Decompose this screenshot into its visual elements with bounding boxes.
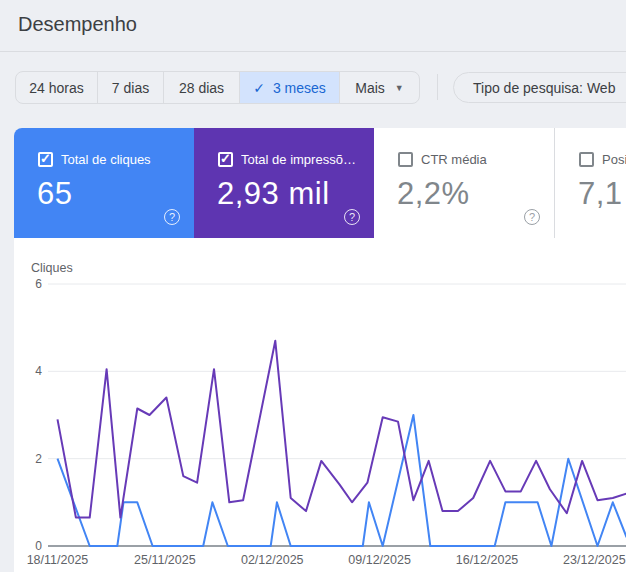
page-title: Desempenho: [18, 13, 137, 36]
metric-label: Total de cliques: [61, 152, 151, 167]
toolbar-divider: [437, 74, 438, 100]
series-line-clicks: [58, 415, 626, 546]
date-range-filter-group: 24 horas 7 dias 28 dias ✓ 3 meses Mais ▼: [15, 71, 420, 104]
x-tick-label: 09/12/2025: [335, 553, 425, 567]
help-icon[interactable]: ?: [164, 209, 180, 225]
metric-card-impressions[interactable]: ✓ Total de impressõ… 2,93 mil ?: [194, 128, 374, 238]
y-tick-label: 2: [16, 452, 42, 466]
series-line-impressions: [58, 341, 626, 518]
ctr-checkbox[interactable]: [398, 152, 413, 167]
filter-label: Mais: [355, 80, 385, 96]
position-checkbox[interactable]: [579, 152, 594, 167]
metric-label: CTR média: [421, 152, 487, 167]
filter-label: 3 meses: [273, 80, 326, 96]
help-icon[interactable]: ?: [344, 209, 360, 225]
filter-label: 28 dias: [179, 80, 224, 96]
check-icon: ✓: [253, 80, 265, 96]
y-tick-label: 0: [16, 539, 42, 553]
filter-label: 7 dias: [112, 80, 149, 96]
clicks-checkbox[interactable]: ✓: [38, 152, 53, 167]
metric-value: 7,1: [578, 176, 623, 212]
metric-label: Posição média: [602, 152, 626, 167]
page-header: Desempenho: [0, 0, 626, 52]
filter-7-days[interactable]: 7 dias: [98, 72, 164, 103]
help-icon[interactable]: ?: [524, 209, 540, 225]
metric-value: 65: [37, 176, 72, 212]
performance-line-chart[interactable]: Cliques 024618/11/202525/11/202502/12/20…: [14, 238, 626, 572]
x-tick-label: 18/11/2025: [13, 553, 103, 567]
x-tick-label: 23/12/2025: [549, 553, 626, 567]
check-icon: ✓: [220, 151, 231, 166]
performance-page: Desempenho 24 horas 7 dias 28 dias ✓ 3 m…: [0, 0, 626, 572]
x-tick-label: 02/12/2025: [227, 553, 317, 567]
filter-more-dropdown[interactable]: Mais ▼: [340, 72, 419, 103]
filter-3-months[interactable]: ✓ 3 meses: [240, 72, 340, 103]
filter-label: 24 horas: [29, 80, 83, 96]
metric-card-ctr[interactable]: CTR média 2,2% ?: [374, 128, 554, 238]
filter-24-hours[interactable]: 24 horas: [16, 72, 98, 103]
check-icon: ✓: [40, 151, 51, 166]
metric-card-position[interactable]: Posição média 7,1 ?: [554, 128, 626, 238]
x-tick-label: 16/12/2025: [442, 553, 532, 567]
search-type-chip-label: Tipo de pesquisa: Web: [473, 80, 615, 96]
filter-28-days[interactable]: 28 dias: [164, 72, 240, 103]
y-tick-label: 4: [16, 364, 42, 378]
metric-label: Total de impressõ…: [241, 152, 356, 167]
chart-plot-area[interactable]: [14, 238, 626, 572]
y-tick-label: 6: [16, 277, 42, 291]
chevron-down-icon: ▼: [395, 83, 404, 93]
x-tick-label: 25/11/2025: [120, 553, 210, 567]
metric-value: 2,2%: [397, 176, 470, 212]
impressions-checkbox[interactable]: ✓: [218, 152, 233, 167]
metric-card-clicks[interactable]: ✓ Total de cliques 65 ?: [14, 128, 194, 238]
search-type-chip[interactable]: Tipo de pesquisa: Web: [453, 72, 626, 103]
report-panel: ✓ Total de cliques 65 ? ✓ Total de impre…: [14, 128, 626, 572]
metric-value: 2,93 mil: [217, 176, 330, 212]
